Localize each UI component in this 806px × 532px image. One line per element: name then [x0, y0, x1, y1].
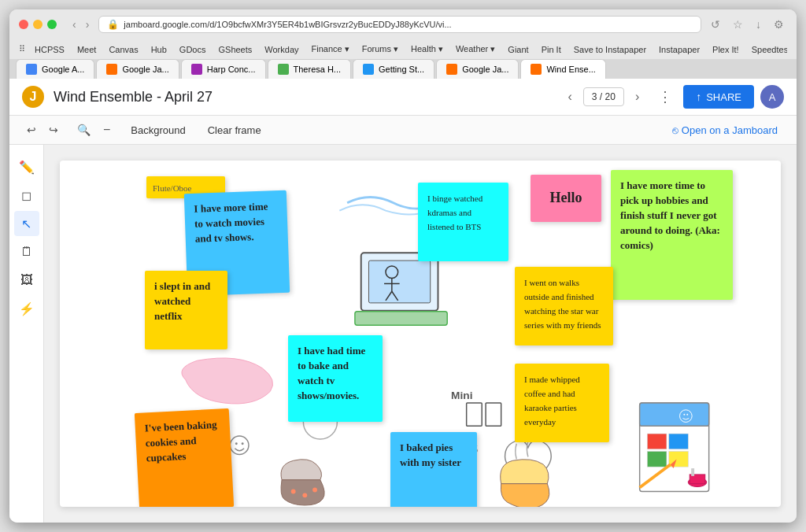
bookmark-hub[interactable]: Hub	[148, 43, 170, 56]
canvas-area: ✏️ ◻ ↖ 🗒 🖼 ⚡	[9, 145, 797, 523]
close-button[interactable]	[19, 20, 28, 29]
svg-point-25	[680, 410, 693, 423]
minimize-button[interactable]	[33, 20, 43, 29]
svg-rect-14	[486, 403, 501, 426]
bookmark-health[interactable]: Health ▾	[408, 42, 446, 56]
prev-page-button[interactable]: ‹	[564, 87, 577, 107]
select-tool[interactable]: ↖	[14, 211, 39, 236]
background-button[interactable]: Background	[124, 121, 191, 139]
sticky-baking-cookies[interactable]: I've been baking cookies and cupcakes	[135, 408, 234, 507]
sticky-baked-pies[interactable]: I baked pies with my sister	[390, 432, 477, 507]
sticky-hello[interactable]: Hello	[531, 175, 601, 222]
svg-rect-13	[467, 403, 482, 426]
bookmark-gsheets[interactable]: GSheets	[215, 43, 255, 56]
drawing-toolbar: ↩ ↪ 🔍 − Background Clear frame ⎋ Open on…	[9, 116, 797, 145]
forward-button[interactable]: ›	[83, 17, 93, 32]
share-button[interactable]: ↑ SHARE	[683, 85, 754, 109]
laser-tool[interactable]: ⚡	[14, 296, 39, 321]
tab-label: Google Ja...	[122, 65, 168, 74]
bookmark-instapaper[interactable]: Instapaper	[656, 43, 703, 56]
svg-rect-0	[361, 253, 438, 310]
svg-text:Mini: Mini	[451, 390, 472, 401]
sticky-text: I have more time to watch movies and tv …	[194, 201, 268, 245]
sticky-netflix[interactable]: i slept in and watched netflix	[145, 271, 227, 349]
sticky-kdramas[interactable]: I binge watched kdramas and listened to …	[418, 183, 508, 261]
sticky-bake-watch-tv[interactable]: I have had time to bake and watch tv sho…	[288, 335, 383, 422]
tab-theresa[interactable]: Theresa H...	[268, 59, 352, 79]
svg-rect-20	[640, 403, 709, 426]
sticky-star-wars-walks[interactable]: I went on walks outside and finished wat…	[515, 267, 613, 345]
sticky-hobbies-comics[interactable]: I have more time to pick up hobbies and …	[611, 170, 733, 300]
sticky-text: i slept in and watched netflix	[154, 280, 210, 322]
tab-label: Wind Ense...	[546, 65, 595, 74]
bookmark-instapaper-save[interactable]: Save to Instapaper	[571, 43, 649, 56]
bookmark-workday[interactable]: Workday	[261, 43, 301, 56]
settings-button[interactable]: ⚙	[771, 17, 787, 32]
bookmark-gdocs[interactable]: GDocs	[176, 43, 209, 56]
bookmark-hcpss[interactable]: HCPSS	[31, 43, 68, 56]
tab-favicon	[26, 64, 37, 75]
back-button[interactable]: ‹	[69, 17, 79, 32]
image-tool[interactable]: 🖼	[14, 268, 39, 293]
bookmark-finance[interactable]: Finance ▾	[309, 42, 353, 56]
titlebar-top: ‹ › 🔒 jamboard.google.com/d/1O9bcfwXMr3Y…	[19, 16, 787, 33]
bookmark-weather[interactable]: Weather ▾	[453, 42, 498, 56]
left-tool-panel: ✏️ ◻ ↖ 🗒 🖼 ⚡	[9, 145, 44, 523]
more-options-button[interactable]: ⋮	[653, 85, 677, 109]
redo-button[interactable]: ↪	[44, 120, 63, 139]
sticky-note-tool[interactable]: 🗒	[14, 239, 39, 264]
page-indicator[interactable]: 3 / 20	[583, 87, 624, 106]
tab-label: Google A...	[42, 65, 84, 74]
bookmark-canvas[interactable]: Canvas	[105, 43, 141, 56]
tab-wind-ensemble[interactable]: Wind Ense...	[520, 59, 605, 79]
svg-point-8	[230, 436, 248, 454]
sticky-text: I went on walks outside and finished wat…	[524, 278, 601, 330]
svg-point-17	[302, 493, 307, 497]
next-page-button[interactable]: ›	[630, 87, 644, 107]
bookmark-plex[interactable]: Plex It!	[709, 43, 742, 56]
tab-favicon	[106, 64, 117, 75]
tab-getting-started[interactable]: Getting St...	[353, 59, 434, 79]
tab-google-ai[interactable]: Google A...	[16, 59, 94, 79]
maximize-button[interactable]	[47, 20, 57, 29]
share-label: SHARE	[706, 91, 741, 103]
bookmark-giant[interactable]: Giant	[505, 43, 531, 56]
open-jamboard-label: Open on a Jamboard	[682, 124, 778, 136]
browser-window: ‹ › 🔒 jamboard.google.com/d/1O9bcfwXMr3Y…	[9, 9, 797, 523]
jamboard-canvas[interactable]: Mini BTS	[60, 161, 781, 507]
bookmark-forums[interactable]: Forums ▾	[359, 42, 401, 56]
nav-buttons: ‹ ›	[69, 17, 92, 32]
clear-frame-button[interactable]: Clear frame	[202, 121, 268, 139]
open-jamboard-button[interactable]: ⎋ Open on a Jamboard	[666, 121, 784, 139]
tab-jamboard-1[interactable]: Google Ja...	[96, 59, 179, 79]
bookmark-speedtest[interactable]: Speedtest	[749, 43, 787, 56]
undo-button[interactable]: ↩	[22, 120, 41, 139]
bookmark-button[interactable]: ☆	[730, 17, 746, 32]
svg-rect-23	[647, 452, 666, 467]
zoom-out-button[interactable]: −	[98, 121, 115, 139]
address-bar[interactable]: 🔒 jamboard.google.com/d/1O9bcfwXMr3Y5ER4…	[98, 16, 701, 33]
download-button[interactable]: ↓	[752, 17, 764, 32]
sticky-text: I baked pies with my sister	[400, 441, 461, 468]
bookmark-pinit[interactable]: Pin It	[538, 43, 564, 56]
tab-label: Theresa H...	[294, 65, 342, 74]
tabs-bar: Google A... Google Ja... Harp Conc... Th…	[9, 59, 797, 79]
svg-line-6	[392, 291, 398, 301]
sticky-text: I made whipped coffee and had karaoke pa…	[524, 375, 580, 427]
eraser-tool[interactable]: ◻	[14, 183, 39, 208]
svg-rect-1	[368, 260, 430, 303]
svg-point-10	[242, 442, 244, 445]
sticky-text: I binge watched kdramas and listened to …	[427, 194, 482, 231]
tab-jamboard-2[interactable]: Google Ja...	[436, 59, 519, 79]
sticky-whipped-coffee[interactable]: I made whipped coffee and had karaoke pa…	[515, 364, 609, 442]
reload-button[interactable]: ↺	[708, 17, 723, 32]
sticky-text: I have more time to pick up hobbies and …	[620, 179, 720, 251]
sticky-text: Flute/Oboe	[153, 183, 192, 193]
bookmark-meet[interactable]: Meet	[74, 43, 99, 56]
tab-label: Google Ja...	[462, 65, 508, 74]
user-avatar[interactable]: A	[760, 85, 784, 109]
tab-harp[interactable]: Harp Conc...	[181, 59, 266, 79]
bookmarks-bar: ⠿ HCPSS Meet Canvas Hub GDocs GSheets Wo…	[19, 39, 787, 59]
zoom-icon-button[interactable]: 🔍	[72, 120, 95, 139]
pen-tool[interactable]: ✏️	[14, 154, 39, 179]
